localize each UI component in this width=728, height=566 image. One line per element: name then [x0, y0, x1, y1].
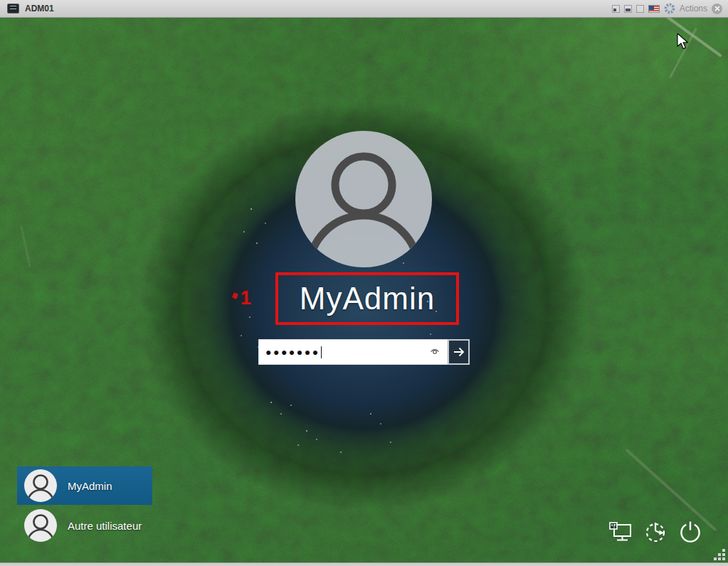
vm-title: ADM01	[25, 4, 54, 14]
password-row: ●●●●●●●	[258, 339, 470, 365]
resize-medium-button[interactable]	[624, 5, 632, 13]
power-icon	[678, 520, 702, 544]
annotation-step-number: 1	[241, 287, 251, 309]
user-tile-label: Autre utilisateur	[68, 520, 142, 532]
user-avatar-small	[24, 509, 57, 542]
eye-icon	[428, 346, 441, 356]
keyboard-layout-flag-icon[interactable]	[648, 5, 660, 13]
user-avatar-small	[24, 469, 57, 502]
mouse-cursor	[677, 33, 691, 50]
resize-large-button[interactable]	[636, 5, 644, 13]
bottom-strip	[0, 562, 728, 566]
reveal-password-button[interactable]	[428, 346, 441, 358]
text-caret	[321, 346, 322, 358]
ease-of-access-icon	[643, 520, 668, 544]
user-tile-label: MyAdmin	[68, 480, 112, 492]
person-avatar-icon	[295, 131, 432, 267]
user-list: MyAdmin Autre utilisateur	[17, 466, 152, 545]
ease-of-access-button[interactable]	[643, 518, 668, 545]
console-thumbnail-lines	[10, 6, 16, 11]
person-avatar-icon	[24, 509, 57, 542]
gear-icon[interactable]	[664, 3, 675, 14]
close-button[interactable]	[712, 4, 722, 14]
system-buttons	[608, 518, 703, 545]
console-titlebar[interactable]: ADM01 Actions	[0, 0, 728, 18]
background-speckles	[0, 18, 1, 19]
resize-small-button[interactable]	[612, 5, 620, 13]
user-tile-autre-utilisateur[interactable]: Autre utilisateur	[17, 506, 152, 545]
network-button[interactable]	[608, 518, 633, 545]
windows-login-screen: MyAdmin 1 ●●●●●●●	[0, 18, 728, 562]
person-avatar-icon	[24, 469, 57, 502]
resize-medium-icon	[626, 9, 631, 11]
flag-canton	[649, 6, 654, 10]
user-tile-myadmin[interactable]: MyAdmin	[17, 466, 152, 505]
network-icon	[608, 520, 633, 543]
password-masked-value: ●●●●●●●	[265, 346, 320, 358]
titlebar-controls: Actions	[612, 3, 722, 14]
resize-small-icon	[613, 9, 616, 11]
console-thumbnail-icon	[7, 4, 19, 14]
vm-console-window: ADM01 Actions	[0, 0, 728, 566]
username-display: MyAdmin	[300, 281, 435, 316]
user-avatar-large	[295, 131, 432, 267]
actions-menu-button[interactable]: Actions	[680, 4, 707, 14]
password-input[interactable]: ●●●●●●●	[258, 339, 448, 365]
close-icon	[714, 6, 720, 11]
submit-arrow-icon	[452, 345, 466, 359]
resize-grip[interactable]	[714, 550, 716, 551]
power-button[interactable]	[677, 518, 703, 545]
submit-button[interactable]	[448, 339, 470, 365]
annotation-highlight-box: MyAdmin	[275, 272, 459, 325]
